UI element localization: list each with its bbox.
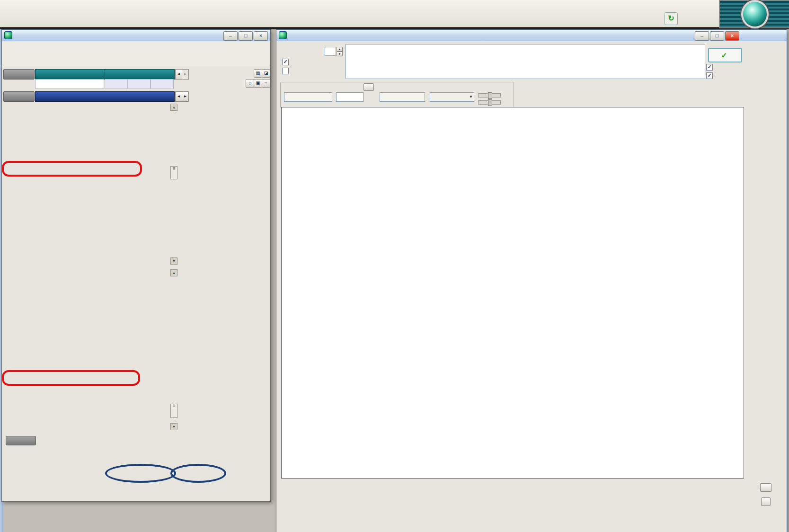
optionvue-window-icon [279,31,287,39]
sort-icon[interactable]: ↕ [246,79,254,88]
options-prev-arrow[interactable]: ◄ [175,91,182,102]
summary-section-label [6,436,36,445]
show-os-checkbox[interactable]: ✓ [706,72,715,79]
puts-scroll-down[interactable]: ▼ [170,423,177,430]
calls-scroll-thumb[interactable]: ☰ [170,166,177,179]
minimize-button[interactable]: – [695,31,709,41]
futures-chg-value [39,81,48,87]
check-icon: ✓ [721,51,727,60]
volty-chg-input[interactable] [336,92,363,102]
futures-col-trade [151,79,174,89]
options-month-header[interactable] [35,91,175,102]
restore-button[interactable]: □ [710,31,724,41]
table-more-button[interactable] [760,483,771,492]
print-icon[interactable]: ≡ [262,79,270,88]
graph-window-controls: – □ × [695,31,739,41]
slider-thumb[interactable] [488,99,492,106]
futures-price-cell[interactable] [35,79,104,89]
futures-month-jun[interactable] [105,69,175,80]
checkbox-checked-icon[interactable]: ✓ [706,72,713,79]
puts-scroll-thumb[interactable]: ☰ [170,404,177,418]
graph-window: – □ × ▲▼ ✓ ✓ ✓ ✓ [276,29,787,532]
max-proj-date-input[interactable] [284,92,332,102]
matrix-window-controls: – □ × [223,31,268,41]
futures-col-last [105,79,128,89]
close-window-button[interactable]: × [725,31,739,41]
futures-section-label [3,69,35,80]
puts-scroll-up[interactable]: ▲ [170,269,177,276]
checkbox-unchecked-icon[interactable] [282,68,289,74]
sync-icon[interactable]: ↻ [665,12,678,25]
minimize-button[interactable]: – [223,31,238,41]
matrix-toolbar [2,42,270,67]
horiz-axis-slider-bottom[interactable] [478,100,501,105]
close-window-button[interactable]: × [254,31,268,41]
step-through-volatilities-checkbox[interactable] [282,68,291,74]
checkbox-checked-icon[interactable]: ✓ [706,64,713,71]
futures-col-chg [128,79,151,89]
spin-up-icon[interactable]: ▲ [337,47,343,52]
optionvue-window-icon [4,31,12,39]
matrix-titlebar[interactable]: – □ × [2,30,270,41]
optionvue-app: ↻ – □ × ◄ ► ▦ ◪ ↕ ▣ ≡ [0,0,789,532]
chevron-down-icon: ▼ [469,93,473,101]
annotation-gainloss-ellipse [105,464,176,483]
matrix-window: – □ × ◄ ► ▦ ◪ ↕ ▣ ≡ ◄ ► ▲ ☰ ▼ [1,29,271,502]
step-through-dates-checkbox[interactable]: ✓ [282,59,291,65]
options-section-label [3,91,35,102]
optionvue-sphere-icon [741,0,769,28]
optionvue-logo [719,0,789,28]
position-description-input[interactable] [346,44,705,79]
annotation-1860-put [2,370,140,386]
vertical-axis-select[interactable]: ▼ [430,92,474,102]
annotation-theta-ellipse [170,464,226,483]
calls-scroll-down[interactable]: ▼ [170,257,177,265]
volty-chg-more-button[interactable] [363,83,374,91]
graph-titlebar[interactable]: – □ × [276,30,787,41]
show-bes-checkbox[interactable]: ✓ [706,64,715,71]
pl-chart-panel [281,107,744,479]
table-d-button[interactable] [761,497,771,506]
horiz-axis-slider-top[interactable] [478,93,501,98]
futures-last-value [35,81,39,87]
amount-provided-input[interactable] [380,92,425,102]
calc-icon[interactable]: ▣ [254,79,262,88]
futures-prev-arrow[interactable]: ◄ [175,69,182,80]
futures-next-arrow[interactable]: ► [182,69,189,80]
checkbox-checked-icon[interactable]: ✓ [282,59,289,65]
slider-thumb[interactable] [488,92,492,99]
futures-edit-icon[interactable]: ◪ [262,69,270,78]
calls-scroll-up[interactable]: ▲ [170,104,177,111]
annotation-2150-call [2,161,142,177]
futures-month-mar[interactable] [35,69,105,80]
futures-chart-icon[interactable]: ▦ [254,69,262,78]
options-next-arrow[interactable]: ► [182,91,189,102]
number-of-lines-spinner[interactable]: ▲▼ [337,47,343,56]
number-of-lines-input[interactable] [325,47,336,56]
restore-button[interactable]: □ [239,31,253,41]
greeks-table [281,480,759,532]
graph-close-button[interactable]: ✓ [708,48,742,62]
spin-down-icon[interactable]: ▼ [337,52,343,56]
